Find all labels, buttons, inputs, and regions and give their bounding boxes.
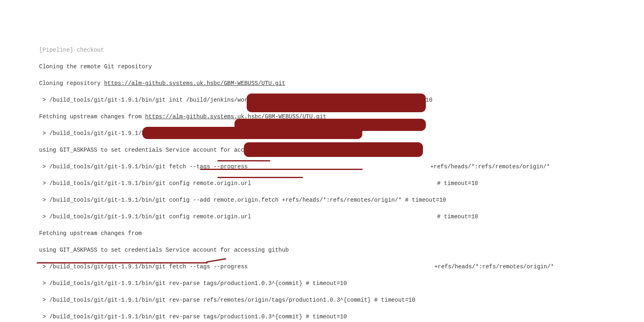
log-line: Cloning repository https://alm-github.sy… [39,79,644,88]
redaction-mark [244,142,423,157]
annotation-underline [217,160,270,161]
log-line: using GIT_ASKPASS to set credentials Ser… [39,246,644,255]
log-line: > /build_tools/git/git-1.9.1/bin/git con… [39,213,644,221]
log-line: > /build_tools/git/git-1.9.1/bin/git con… [39,196,644,205]
annotation-underline [200,169,363,170]
annotation-underline [37,262,208,263]
annotation-underline [217,177,303,178]
log-line: > /build_tools/git/git-1.9.1/bin/git rev… [39,296,644,305]
redaction-mark [247,94,426,112]
console-output: [Pipeline] checkout Cloning the remote G… [39,37,644,322]
log-line: > /build_tools/git/git-1.9.1/bin/git rev… [39,279,644,288]
log-line: Cloning the remote Git repository [39,63,644,71]
log-line: > /build_tools/git/git-1.9.1/bin/git rev… [39,313,644,321]
log-line: Fetching upstream changes from [39,229,644,238]
log-line: [Pipeline] checkout [39,46,644,54]
redaction-mark [142,127,362,139]
repo-link[interactable]: https://alm-github.systems.uk.hsbc/GBM-W… [104,80,285,87]
log-line: > /build_tools/git/git-1.9.1/bin/git con… [39,179,644,188]
log-line: > /build_tools/git/git-1.9.1/bin/git fet… [39,263,644,271]
